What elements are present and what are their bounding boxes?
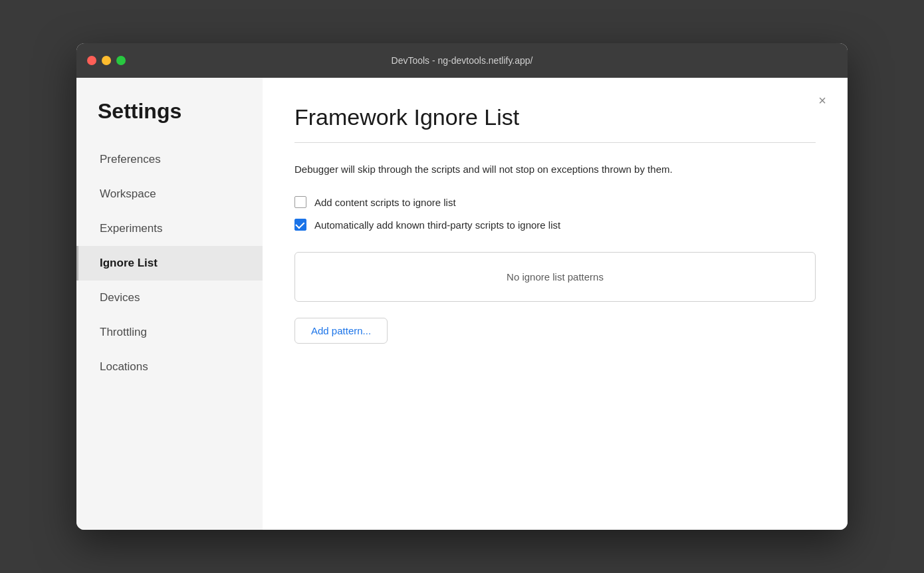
app-window: DevTools - ng-devtools.netlify.app/ Sett… xyxy=(76,43,848,530)
sidebar-item-workspace[interactable]: Workspace xyxy=(76,177,263,211)
sidebar-item-throttling[interactable]: Throttling xyxy=(76,315,263,350)
page-title: Framework Ignore List xyxy=(294,104,816,130)
pattern-empty-label: No ignore list patterns xyxy=(507,271,604,283)
maximize-traffic-light[interactable] xyxy=(116,56,126,65)
divider xyxy=(294,142,816,143)
minimize-traffic-light[interactable] xyxy=(102,56,111,65)
sidebar-item-locations[interactable]: Locations xyxy=(76,350,263,384)
checkbox-row-content-scripts[interactable]: Add content scripts to ignore list xyxy=(294,196,816,208)
checkbox-content-scripts-label: Add content scripts to ignore list xyxy=(314,197,456,208)
sidebar-item-devices[interactable]: Devices xyxy=(76,281,263,315)
main-panel: × Framework Ignore List Debugger will sk… xyxy=(263,78,848,530)
sidebar-item-experiments[interactable]: Experiments xyxy=(76,211,263,246)
titlebar-title: DevTools - ng-devtools.netlify.app/ xyxy=(392,55,533,66)
pattern-empty-box: No ignore list patterns xyxy=(294,252,816,302)
close-traffic-light[interactable] xyxy=(87,56,96,65)
description-text: Debugger will skip through the scripts a… xyxy=(294,162,747,177)
checkbox-group: Add content scripts to ignore list Autom… xyxy=(294,196,816,231)
sidebar: Settings Preferences Workspace Experimen… xyxy=(76,78,263,530)
sidebar-heading: Settings xyxy=(76,99,263,142)
checkbox-third-party-label: Automatically add known third-party scri… xyxy=(314,219,560,231)
checkbox-third-party[interactable] xyxy=(294,219,306,231)
checkbox-row-third-party[interactable]: Automatically add known third-party scri… xyxy=(294,219,816,231)
add-pattern-button[interactable]: Add pattern... xyxy=(294,318,388,344)
titlebar: DevTools - ng-devtools.netlify.app/ xyxy=(76,43,848,78)
sidebar-item-preferences[interactable]: Preferences xyxy=(76,142,263,177)
traffic-lights xyxy=(87,56,126,65)
close-button[interactable]: × xyxy=(813,91,832,110)
checkbox-content-scripts[interactable] xyxy=(294,196,306,208)
content-area: Settings Preferences Workspace Experimen… xyxy=(76,78,848,530)
sidebar-item-ignore-list[interactable]: Ignore List xyxy=(76,246,263,281)
